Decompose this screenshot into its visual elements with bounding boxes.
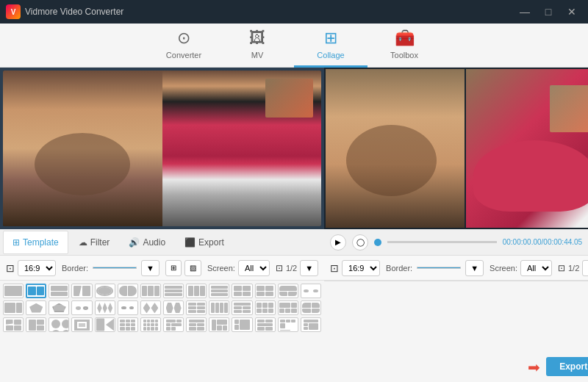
play-button[interactable]: ▶ bbox=[330, 234, 346, 251]
right-ratio-icon: ⊡ bbox=[330, 262, 339, 274]
template-item-15[interactable] bbox=[3, 300, 24, 315]
template-item-40[interactable] bbox=[255, 317, 276, 332]
export-tab[interactable]: ⬛ Export bbox=[176, 231, 233, 254]
right-screen-label: Screen: bbox=[490, 264, 517, 273]
template-item-37[interactable] bbox=[186, 317, 207, 332]
stop-button[interactable]: ◯ bbox=[352, 234, 368, 251]
preview-cake-1 bbox=[162, 71, 322, 226]
right-screen-select[interactable]: All bbox=[520, 260, 552, 276]
template-item-33[interactable] bbox=[95, 317, 115, 332]
toolbox-icon: 🧰 bbox=[395, 29, 415, 48]
ratio-icon: ⊡ bbox=[6, 262, 15, 274]
template-item-34[interactable] bbox=[118, 317, 138, 332]
template-tab[interactable]: ⊞ Template bbox=[3, 231, 68, 254]
app-title: Vidmore Video Converter bbox=[25, 7, 123, 17]
close-button[interactable]: ✕ bbox=[562, 4, 582, 20]
nav-toolbox[interactable]: 🧰 Toolbox bbox=[368, 24, 441, 68]
svg-rect-0 bbox=[96, 319, 104, 331]
export-button[interactable]: Export bbox=[546, 357, 588, 376]
template-item-14[interactable] bbox=[301, 284, 321, 298]
template-item-8[interactable] bbox=[163, 284, 184, 298]
navbar: ⊙ Converter 🖼 MV ⊞ Collage 🧰 Toolbox bbox=[0, 24, 588, 68]
right-border-color[interactable] bbox=[417, 267, 461, 269]
template-item-41[interactable] bbox=[278, 317, 298, 332]
template-item-36[interactable] bbox=[163, 317, 184, 332]
template-item-32[interactable] bbox=[71, 317, 92, 332]
template-item-3[interactable] bbox=[49, 284, 69, 298]
template-item-20[interactable] bbox=[118, 300, 138, 315]
main-area: ⊞ Template ☁ Filter 🔊 Audio ⬛ Export ⊡ 1… bbox=[0, 68, 588, 382]
page-dropdown-btn[interactable]: ▼ bbox=[300, 260, 318, 276]
right-preview-face bbox=[326, 69, 465, 228]
pattern-btn-2[interactable]: ▨ bbox=[184, 260, 201, 276]
template-item-39[interactable] bbox=[232, 317, 252, 332]
screen-group: Screen: All 1 2 bbox=[207, 260, 270, 276]
template-item-24[interactable] bbox=[209, 300, 229, 315]
template-item-27[interactable] bbox=[278, 300, 298, 315]
right-border-label: Border: bbox=[386, 264, 412, 273]
right-ratio-group: ⊡ 16:9 4:3 bbox=[330, 260, 380, 276]
bottom-tabs: ⊞ Template ☁ Filter 🔊 Audio ⬛ Export bbox=[0, 229, 324, 256]
nav-collage[interactable]: ⊞ Collage bbox=[294, 24, 368, 68]
right-ratio-select[interactable]: 16:9 4:3 bbox=[342, 260, 380, 276]
template-item-2[interactable] bbox=[26, 284, 46, 298]
ratio-select[interactable]: 16:9 4:3 1:1 bbox=[18, 260, 56, 276]
template-item-29[interactable] bbox=[3, 317, 24, 332]
template-item-4[interactable] bbox=[71, 284, 92, 298]
nav-mv-label: MV bbox=[251, 51, 264, 60]
audio-tab[interactable]: 🔊 Audio bbox=[120, 231, 174, 254]
template-item-19[interactable] bbox=[95, 300, 115, 315]
template-item-26[interactable] bbox=[255, 300, 276, 315]
template-item-17[interactable] bbox=[49, 300, 69, 315]
titlebar-left: V Vidmore Video Converter bbox=[6, 4, 123, 19]
audio-tab-icon: 🔊 bbox=[129, 237, 140, 248]
collage-icon: ⊞ bbox=[324, 29, 337, 48]
template-item-30[interactable] bbox=[26, 317, 46, 332]
screen-select[interactable]: All 1 2 bbox=[238, 260, 270, 276]
titlebar: V Vidmore Video Converter — □ ✕ bbox=[0, 0, 588, 24]
template-item-6[interactable] bbox=[118, 284, 138, 298]
template-item-22[interactable] bbox=[163, 300, 184, 315]
page-display: 1/2 bbox=[286, 264, 297, 273]
border-dropdown-btn[interactable]: ▼ bbox=[141, 260, 159, 276]
template-item-12[interactable] bbox=[255, 284, 276, 298]
template-item-42[interactable] bbox=[301, 317, 321, 332]
left-panel: ⊞ Template ☁ Filter 🔊 Audio ⬛ Export ⊡ 1… bbox=[0, 68, 324, 382]
filter-tab[interactable]: ☁ Filter bbox=[70, 231, 119, 254]
titlebar-controls: — □ ✕ bbox=[514, 4, 582, 20]
right-page-icon: ⊡ bbox=[558, 263, 565, 273]
template-item-28[interactable] bbox=[301, 300, 321, 315]
template-tab-label: Template bbox=[23, 237, 59, 248]
template-item-5[interactable] bbox=[95, 284, 115, 298]
template-item-11[interactable] bbox=[232, 284, 252, 298]
progress-track[interactable] bbox=[387, 241, 497, 243]
nav-mv[interactable]: 🖼 MV bbox=[220, 24, 294, 68]
template-item-23[interactable] bbox=[186, 300, 207, 315]
template-item-10[interactable] bbox=[209, 284, 229, 298]
right-border-dropdown[interactable]: ▼ bbox=[465, 260, 484, 276]
template-item-35[interactable] bbox=[140, 317, 161, 332]
template-item-38[interactable] bbox=[209, 317, 229, 332]
template-item-13[interactable] bbox=[278, 284, 298, 298]
pattern-btn-1[interactable]: ⊞ bbox=[165, 260, 182, 276]
converter-icon: ⊙ bbox=[177, 29, 190, 48]
right-page-dropdown[interactable]: ▼ bbox=[582, 260, 588, 276]
template-item-9[interactable] bbox=[186, 284, 207, 298]
border-label: Border: bbox=[62, 264, 88, 273]
maximize-button[interactable]: □ bbox=[538, 4, 559, 20]
nav-converter[interactable]: ⊙ Converter bbox=[147, 24, 220, 68]
template-item-25[interactable] bbox=[232, 300, 252, 315]
template-item-1[interactable] bbox=[3, 284, 24, 298]
template-item-18[interactable] bbox=[71, 300, 92, 315]
template-item-31[interactable] bbox=[49, 317, 69, 332]
video-preview-1 bbox=[3, 71, 321, 226]
template-item-7[interactable] bbox=[140, 284, 161, 298]
template-item-21[interactable] bbox=[140, 300, 161, 315]
right-page-display: 1/2 bbox=[568, 264, 579, 273]
minimize-button[interactable]: — bbox=[514, 4, 535, 20]
nav-converter-label: Converter bbox=[166, 51, 201, 60]
template-grid bbox=[0, 281, 324, 382]
right-preview-cake bbox=[466, 69, 588, 228]
template-item-16[interactable] bbox=[26, 300, 46, 315]
border-color-picker[interactable] bbox=[93, 267, 137, 269]
